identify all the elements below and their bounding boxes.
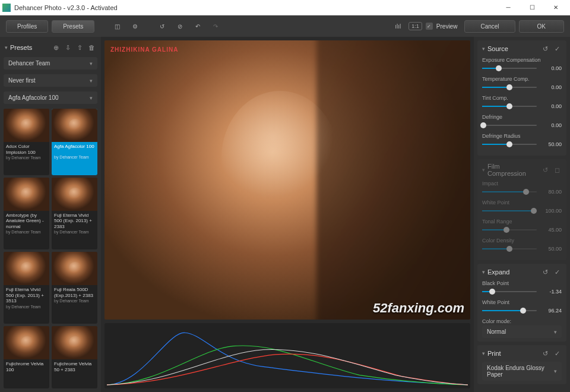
ok-button[interactable]: OK [519, 20, 564, 33]
collapse-icon[interactable]: ▾ [5, 45, 8, 50]
export-preset-icon[interactable]: ⇩ [63, 43, 72, 52]
image-viewer[interactable]: ZHIZHIKINA GALINA 52fanxing.com [104, 40, 470, 320]
reset-icon[interactable]: ↺ [540, 44, 550, 53]
import-preset-icon[interactable]: ⇧ [75, 43, 84, 52]
maximize-button[interactable]: ☐ [520, 0, 544, 15]
reset-icon[interactable]: ↺ [540, 267, 550, 277]
colormode-dropdown[interactable]: Normal▾ [482, 325, 562, 338]
preset-item[interactable]: Fuji Reala 500D (Exp.2013) + 2383by Deha… [52, 252, 97, 324]
preset-item[interactable]: Fujichrome Velvia 50 + 2383 [52, 326, 97, 388]
collapse-icon[interactable]: ▾ [482, 167, 485, 173]
zoom-ratio[interactable]: 1:1 [408, 22, 422, 30]
slider-label: Impact [482, 181, 562, 186]
collapse-icon[interactable]: ▾ [482, 46, 485, 52]
disable-icon[interactable]: ⊘ [173, 19, 187, 33]
preset-filter-sort[interactable]: Never first▾ [4, 74, 97, 87]
power-icon[interactable]: ◻ [552, 165, 562, 175]
preset-thumbnail [52, 326, 97, 359]
slider-track[interactable] [482, 229, 537, 230]
profiles-tab[interactable]: Profiles [6, 20, 48, 33]
slider-track[interactable] [482, 310, 537, 311]
add-preset-icon[interactable]: ⊕ [51, 43, 61, 52]
preset-item[interactable]: Fuji Eterna Vivid 500 (Exp. 2013) + 2383… [52, 178, 97, 249]
preset-name: Fujichrome Velvia 100 [4, 359, 49, 373]
window-title: Dehancer Photo - v2.3.0 - Activated [14, 4, 496, 11]
redo-icon[interactable]: ↷ [208, 19, 223, 33]
paper-dropdown[interactable]: Kodak Endura Glossy Paper▾ [482, 362, 562, 381]
settings-icon[interactable]: ⚙ [128, 19, 142, 33]
slider-label: Tint Comp. [482, 95, 562, 101]
slider-row: Black Point-1.34 [482, 280, 562, 296]
expand-section: ▾Expand↺✓ Black Point-1.34White Point96.… [477, 264, 566, 342]
reset-icon[interactable]: ↺ [540, 165, 550, 175]
preset-name: Ambrotype (by Anatolee Green) - normal [4, 211, 49, 230]
slider-track[interactable] [482, 291, 537, 292]
close-button[interactable]: ✕ [544, 0, 568, 15]
preset-thumbnail [4, 109, 49, 142]
slider-value: 100.00 [539, 208, 562, 214]
slider-value: 80.00 [539, 189, 562, 195]
center-area: ZHIZHIKINA GALINA 52fanxing.com [101, 37, 474, 392]
history-icon[interactable]: ↺ [155, 19, 169, 33]
preset-item[interactable]: Ambrotype (by Anatolee Green) - normalby… [4, 178, 49, 249]
slider-label: White Point [482, 299, 562, 305]
slider-track[interactable] [482, 87, 537, 88]
power-icon[interactable]: ✓ [552, 267, 562, 277]
minimize-button[interactable]: ─ [496, 0, 520, 15]
main-toolbar: Profiles Presets ◫ ⚙ ↺ ⊘ ↶ ↷ ılıl 1:1 ✓ … [0, 15, 570, 37]
preset-author: by Dehancer Team [52, 230, 97, 236]
slider-track[interactable] [482, 125, 537, 126]
slider-row: Defringe0.00 [482, 114, 562, 129]
preset-author: by Dehancer Team [4, 156, 49, 162]
preset-author: by Dehancer Team [52, 299, 97, 305]
delete-preset-icon[interactable]: 🗑 [87, 43, 96, 52]
levels-icon[interactable]: ılıl [391, 19, 405, 33]
slider-row: Tint Comp.0.00 [482, 95, 562, 110]
slider-track[interactable] [482, 144, 537, 145]
preset-name: Fuji Eterna Vivid 500 (Exp. 2013) + 2383 [52, 211, 97, 230]
power-icon[interactable]: ✓ [552, 44, 562, 53]
cancel-button[interactable]: Cancel [464, 20, 515, 33]
slider-label: Defringe Radius [482, 133, 562, 139]
preset-author: by Dehancer Team [52, 155, 97, 161]
preset-filter-film[interactable]: Agfa Agfacolor 100▾ [4, 91, 97, 104]
preset-name: Agfa Agfacolor 100 [52, 142, 97, 155]
slider-value: 96.24 [539, 308, 562, 314]
preview-checkbox[interactable]: ✓ [426, 23, 433, 30]
slider-value: 50.00 [539, 246, 562, 252]
histogram-panel [104, 323, 470, 388]
preset-thumbnail [4, 178, 49, 211]
slider-track[interactable] [482, 106, 537, 107]
collapse-icon[interactable]: ▾ [482, 269, 485, 275]
reset-icon[interactable]: ↺ [540, 349, 550, 358]
preset-filter-author[interactable]: Dehancer Team▾ [4, 57, 97, 69]
compare-icon[interactable]: ◫ [110, 19, 124, 33]
slider-value: 0.00 [539, 84, 562, 90]
preset-item[interactable]: Fujichrome Velvia 100 [4, 326, 49, 388]
collapse-icon[interactable]: ▾ [482, 350, 485, 356]
preset-thumbnail [4, 252, 49, 285]
slider-track[interactable] [482, 68, 537, 69]
preset-name: Fuji Eterna Vivid 500 (Exp. 2013) + 3513 [4, 285, 49, 305]
slider-row: Tonal Range45.00 [482, 219, 562, 234]
preset-item[interactable]: Agfa Agfacolor 100by Dehancer Team [52, 109, 97, 175]
photographer-watermark: ZHIZHIKINA GALINA [110, 46, 178, 53]
undo-icon[interactable]: ↶ [191, 19, 205, 33]
print-section: ▾Print↺✓ Kodak Endura Glossy Paper▾ [477, 345, 566, 384]
slider-track[interactable] [482, 191, 537, 192]
slider-label: Color Density [482, 238, 562, 244]
slider-track[interactable] [482, 210, 537, 211]
preset-author: by Dehancer Team [4, 305, 49, 311]
preset-item[interactable]: Fuji Eterna Vivid 500 (Exp. 2013) + 3513… [4, 252, 49, 324]
adjustments-panel: ▾Source↺✓ Exposure Compensation0.00Tempe… [474, 37, 570, 392]
preset-thumbnail [52, 252, 97, 285]
slider-value: 0.00 [539, 65, 562, 71]
colormode-label: Color mode: [482, 318, 562, 324]
presets-tab[interactable]: Presets [52, 20, 94, 33]
slider-label: Temperature Comp. [482, 76, 562, 82]
preset-item[interactable]: Adox Color Implosion 100by Dehancer Team [4, 109, 49, 175]
slider-track[interactable] [482, 248, 537, 249]
slider-label: White Point [482, 200, 562, 206]
slider-row: Defringe Radius50.00 [482, 133, 562, 148]
power-icon[interactable]: ✓ [552, 349, 562, 358]
